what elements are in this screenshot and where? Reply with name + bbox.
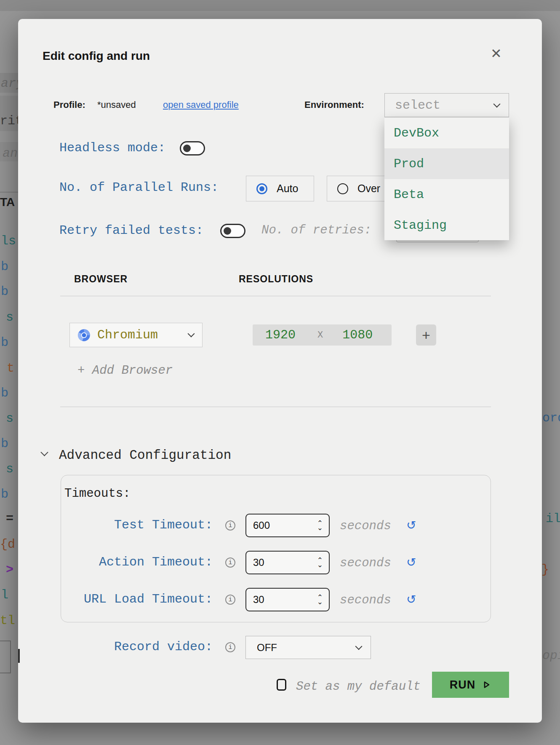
add-resolution-button[interactable]: + bbox=[416, 324, 436, 346]
radio-selected-icon bbox=[256, 183, 267, 194]
reset-icon[interactable]: ↺ bbox=[406, 594, 416, 606]
info-icon[interactable]: i bbox=[225, 520, 235, 531]
resolution-height-input[interactable]: 1080 bbox=[342, 328, 373, 342]
code-fragment: TA bbox=[0, 196, 15, 208]
add-browser-button[interactable]: + Add Browser bbox=[77, 364, 173, 378]
radio-unselected-icon bbox=[337, 183, 348, 194]
run-button[interactable]: RUN bbox=[432, 672, 509, 698]
url-load-timeout-value: 30 bbox=[253, 594, 264, 606]
retries-label: No. of retries: bbox=[261, 223, 371, 237]
environment-select-value: select bbox=[395, 98, 440, 113]
code-fragment: s bbox=[6, 311, 13, 324]
background-divider bbox=[0, 192, 18, 193]
code-fragment: s bbox=[6, 412, 13, 425]
url-load-timeout-label: URL Load Timeout: bbox=[43, 592, 213, 606]
environment-option-staging[interactable]: Staging bbox=[384, 210, 509, 241]
environment-select[interactable]: select bbox=[384, 93, 509, 117]
seconds-label: seconds bbox=[340, 556, 391, 570]
open-saved-profile-link[interactable]: open saved profile bbox=[163, 99, 239, 110]
environment-label: Environment: bbox=[304, 99, 364, 110]
environment-option-devbox[interactable]: DevBox bbox=[384, 118, 509, 148]
seconds-label: seconds bbox=[340, 519, 391, 533]
parallel-runs-option-auto[interactable]: Auto bbox=[246, 176, 314, 201]
code-fragment: an bbox=[3, 147, 18, 160]
code-fragment: {d bbox=[0, 538, 15, 551]
background-top-bar bbox=[0, 0, 560, 11]
action-timeout-label: Action Timeout: bbox=[43, 555, 213, 569]
environment-dropdown: DevBox Prod Beta Staging bbox=[384, 117, 509, 240]
code-fragment: t bbox=[7, 362, 14, 375]
resolutions-column-header: RESOLUTIONS bbox=[239, 273, 313, 285]
close-icon[interactable]: ✕ bbox=[491, 47, 502, 60]
timeouts-label: Timeouts: bbox=[64, 487, 131, 501]
profile-value: *unsaved bbox=[97, 99, 136, 110]
test-timeout-input[interactable]: 600 ⌃⌄ bbox=[245, 514, 330, 537]
advanced-configuration-label[interactable]: Advanced Configuration bbox=[59, 448, 231, 463]
record-video-select[interactable]: OFF bbox=[245, 636, 371, 659]
radio-label: Over bbox=[357, 182, 380, 195]
retry-failed-tests-toggle[interactable] bbox=[220, 224, 245, 238]
set-default-checkbox[interactable] bbox=[277, 679, 286, 691]
code-fragment: s bbox=[6, 463, 13, 475]
play-icon bbox=[481, 680, 491, 690]
radio-label: Auto bbox=[277, 182, 298, 195]
seconds-label: seconds bbox=[340, 593, 391, 607]
record-video-label: Record video: bbox=[43, 640, 213, 654]
profile-label: Profile: bbox=[53, 99, 85, 110]
record-video-value: OFF bbox=[257, 642, 277, 654]
code-fragment: } bbox=[541, 563, 549, 576]
code-fragment: = bbox=[6, 512, 13, 525]
code-fragment: > bbox=[6, 563, 13, 576]
toggle-knob-icon bbox=[224, 227, 231, 235]
dialog-title: Edit config and run bbox=[43, 49, 150, 63]
code-fragment: ls bbox=[1, 235, 16, 247]
parallel-runs-label: No. of Parallel Runs: bbox=[59, 180, 219, 195]
code-fragment: b bbox=[1, 488, 8, 501]
browser-select-value: Chromium bbox=[97, 328, 189, 342]
reset-icon[interactable]: ↺ bbox=[406, 557, 416, 568]
set-default-label: Set as my default bbox=[296, 680, 421, 694]
divider bbox=[60, 407, 491, 407]
chromium-icon bbox=[77, 329, 91, 342]
code-fragment: tl bbox=[0, 614, 15, 627]
chevron-down-icon bbox=[188, 330, 195, 338]
code-fragment: b bbox=[1, 285, 8, 298]
browser-select[interactable]: Chromium bbox=[69, 323, 203, 347]
test-timeout-value: 600 bbox=[253, 520, 270, 531]
info-icon[interactable]: i bbox=[225, 642, 235, 652]
chevron-down-icon[interactable] bbox=[40, 448, 48, 456]
environment-option-prod[interactable]: Prod bbox=[384, 148, 509, 179]
code-fragment: b bbox=[1, 437, 8, 450]
browser-column-header: BROWSER bbox=[74, 273, 128, 285]
reset-icon[interactable]: ↺ bbox=[406, 520, 416, 531]
divider bbox=[60, 296, 491, 296]
environment-option-beta[interactable]: Beta bbox=[384, 179, 509, 210]
toggle-knob-icon bbox=[183, 145, 191, 152]
stepper-icon[interactable]: ⌃⌄ bbox=[317, 521, 323, 530]
info-icon[interactable]: i bbox=[225, 557, 235, 568]
headless-mode-toggle[interactable] bbox=[180, 141, 205, 155]
stepper-icon[interactable]: ⌃⌄ bbox=[317, 558, 323, 567]
retry-failed-tests-label: Retry failed tests: bbox=[59, 223, 203, 238]
test-timeout-label: Test Timeout: bbox=[43, 518, 213, 532]
background-input-box bbox=[0, 640, 11, 673]
text-cursor bbox=[18, 649, 20, 663]
headless-mode-label: Headless mode: bbox=[59, 141, 165, 155]
resolution-field: 1920 X 1080 bbox=[253, 324, 392, 346]
chevron-down-icon bbox=[493, 100, 501, 107]
chevron-down-icon bbox=[355, 643, 363, 650]
code-fragment: b bbox=[1, 260, 8, 273]
resolution-width-input[interactable]: 1920 bbox=[265, 328, 296, 342]
action-timeout-input[interactable]: 30 ⌃⌄ bbox=[245, 551, 330, 574]
code-fragment: opi bbox=[542, 649, 560, 662]
edit-config-dialog: Edit config and run ✕ Profile: *unsaved … bbox=[18, 19, 542, 723]
info-icon[interactable]: i bbox=[225, 595, 235, 605]
code-fragment: l bbox=[1, 589, 8, 601]
run-button-label: RUN bbox=[450, 678, 476, 691]
code-fragment: il bbox=[546, 512, 560, 525]
url-load-timeout-input[interactable]: 30 ⌃⌄ bbox=[245, 588, 330, 611]
resolution-separator: X bbox=[317, 330, 323, 340]
code-fragment: b bbox=[1, 387, 8, 399]
stepper-icon[interactable]: ⌃⌄ bbox=[317, 595, 323, 604]
code-fragment: ord bbox=[542, 412, 560, 424]
